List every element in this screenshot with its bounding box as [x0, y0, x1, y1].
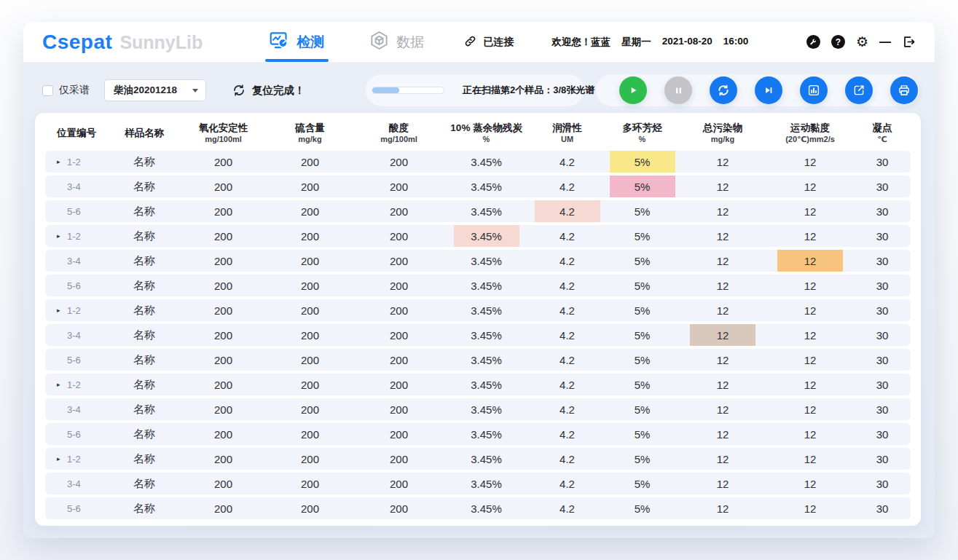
- sample-table-card: 位置编号样品名称氧化安定性mg/100ml硫含量mg/kg酸度mg/100ml1…: [35, 113, 921, 526]
- position-cell: 5-6: [45, 200, 108, 222]
- column-unit: %: [605, 135, 679, 145]
- sample-only-checkbox-group[interactable]: 仅采谱: [42, 84, 90, 97]
- table-cell: 12: [679, 176, 766, 197]
- table-cell: 5%: [605, 200, 679, 222]
- reset-scan-button[interactable]: [710, 76, 737, 104]
- tool-icon[interactable]: [806, 35, 820, 49]
- highlighted-value: 4.2: [535, 200, 600, 222]
- column-title: 多环芳烃: [605, 122, 679, 135]
- table-row[interactable]: 5-6名称2002002003.45%4.25%121230: [45, 275, 911, 296]
- table-row[interactable]: ▸1-2名称2002002003.45%4.25%121230: [45, 448, 911, 470]
- position-label: 1-2: [67, 305, 81, 316]
- table-cell: 12: [679, 299, 766, 321]
- table-row[interactable]: 5-6名称2002002003.45%4.25%121230: [45, 349, 911, 371]
- reset-refresh-icon: [232, 83, 246, 98]
- column-unit: (20℃)mm2/s: [766, 135, 854, 145]
- column-header-8: 总污染物mg/kg: [679, 122, 766, 145]
- logout-icon[interactable]: [902, 35, 916, 49]
- expand-arrow-icon[interactable]: ▸: [57, 307, 63, 314]
- tab-detection-label: 检测: [297, 33, 324, 52]
- pause-button[interactable]: [664, 76, 692, 104]
- table-row[interactable]: 5-6名称2002002003.45%4.25%121230: [45, 497, 911, 519]
- expand-arrow-icon[interactable]: ▸: [57, 233, 63, 240]
- table-cell: 200: [266, 398, 354, 420]
- table-row[interactable]: ▸1-2名称2002002003.45%4.25%121230: [45, 151, 911, 173]
- table-cell: 5%: [605, 176, 679, 197]
- table-cell: 200: [181, 250, 266, 272]
- table-cell: 4.2: [529, 374, 605, 395]
- table-cell: 12: [766, 151, 854, 173]
- table-cell: 12: [679, 275, 766, 296]
- position-cell: 5-6: [45, 275, 108, 296]
- column-title: 硫含量: [266, 122, 354, 135]
- table-row[interactable]: 3-4名称2002002003.45%4.25%121230: [45, 176, 911, 197]
- app-header: Csepat SunnyLib 检测: [23, 22, 935, 63]
- weekday-text: 星期一: [621, 36, 651, 49]
- table-cell: 200: [181, 423, 266, 445]
- position-label: 5-6: [67, 280, 81, 291]
- help-icon[interactable]: ?: [831, 35, 845, 49]
- table-cell: 12: [679, 324, 766, 346]
- column-title: 运动黏度: [766, 122, 854, 135]
- chart-button[interactable]: [800, 76, 828, 104]
- position-cell: 5-6: [45, 349, 108, 371]
- table-row[interactable]: 5-6名称2002002003.45%4.25%121230: [45, 200, 911, 222]
- next-sample-button[interactable]: [755, 76, 782, 104]
- expand-arrow-icon[interactable]: ▸: [57, 382, 63, 388]
- reset-status-group[interactable]: 复位完成！: [232, 83, 305, 98]
- position-cell: 3-4: [45, 250, 108, 272]
- table-cell: 200: [354, 151, 444, 173]
- table-cell: 名称: [108, 423, 181, 445]
- table-cell: 200: [266, 275, 354, 296]
- table-cell: 3.45%: [444, 200, 529, 222]
- table-cell: 12: [766, 299, 854, 321]
- print-button[interactable]: [890, 76, 918, 104]
- expand-arrow-icon[interactable]: ▸: [57, 456, 63, 462]
- table-cell: 4.2: [529, 299, 605, 321]
- table-cell: 12: [766, 349, 854, 371]
- user-session-info: 欢迎您！蓝蓝 星期一 2021-08-20 16:00: [551, 36, 748, 49]
- table-row[interactable]: 3-4名称2002002003.45%4.25%121230: [45, 398, 911, 420]
- column-header-3: 硫含量mg/kg: [266, 122, 354, 145]
- table-row[interactable]: 3-4名称2002002003.45%4.25%121230: [45, 324, 911, 346]
- table-cell: 3.45%: [444, 423, 529, 445]
- table-cell: 12: [679, 349, 766, 371]
- table-row[interactable]: ▸1-2名称2002002003.45%4.25%121230: [45, 299, 911, 321]
- logo-primary: Csepat: [42, 31, 112, 54]
- table-cell: 名称: [108, 299, 181, 321]
- column-title: 酸度: [354, 122, 444, 135]
- export-button[interactable]: [845, 76, 873, 104]
- column-unit: mg/100ml: [354, 135, 444, 145]
- table-cell: 名称: [108, 250, 181, 272]
- table-cell: 200: [181, 225, 266, 247]
- tab-detection[interactable]: 检测: [270, 22, 324, 62]
- tab-data[interactable]: 数据: [369, 22, 424, 62]
- table-cell: 3.45%: [444, 250, 529, 272]
- table-body: ▸1-2名称2002002003.45%4.25%1212303-4名称2002…: [45, 151, 911, 519]
- printer-icon: [898, 84, 911, 97]
- column-unit: mg/kg: [679, 135, 766, 145]
- table-row[interactable]: ▸1-2名称2002002003.45%4.25%121230: [45, 374, 911, 395]
- table-cell: 30: [854, 200, 911, 222]
- table-cell: 200: [354, 200, 444, 222]
- column-unit: mg/kg: [266, 135, 354, 145]
- table-cell: 30: [854, 275, 911, 296]
- welcome-text: 欢迎您！蓝蓝: [551, 36, 610, 49]
- minimize-icon[interactable]: —: [879, 36, 891, 48]
- time-text: 16:00: [723, 36, 749, 49]
- table-row[interactable]: 3-4名称2002002003.45%4.25%121230: [45, 250, 911, 272]
- expand-arrow-icon[interactable]: ▸: [57, 159, 63, 165]
- table-row[interactable]: ▸1-2名称2002002003.45%4.25%121230: [45, 225, 911, 247]
- position-label: 3-4: [67, 478, 81, 489]
- sample-select-dropdown[interactable]: 柴油20201218: [104, 79, 206, 101]
- table-cell: 12: [766, 398, 854, 420]
- table-cell: 4.2: [529, 473, 605, 494]
- table-row[interactable]: 3-4名称2002002003.45%4.25%121230: [45, 473, 911, 494]
- table-row[interactable]: 5-6名称2002002003.45%4.25%121230: [45, 423, 911, 445]
- settings-gear-icon[interactable]: ⚙: [856, 35, 868, 49]
- sample-only-checkbox[interactable]: [42, 85, 53, 96]
- position-label: 3-4: [67, 181, 81, 192]
- start-button[interactable]: [619, 76, 647, 104]
- content-area: 仅采谱 柴油20201218 复位完成！: [23, 63, 935, 538]
- table-cell: 200: [266, 176, 354, 197]
